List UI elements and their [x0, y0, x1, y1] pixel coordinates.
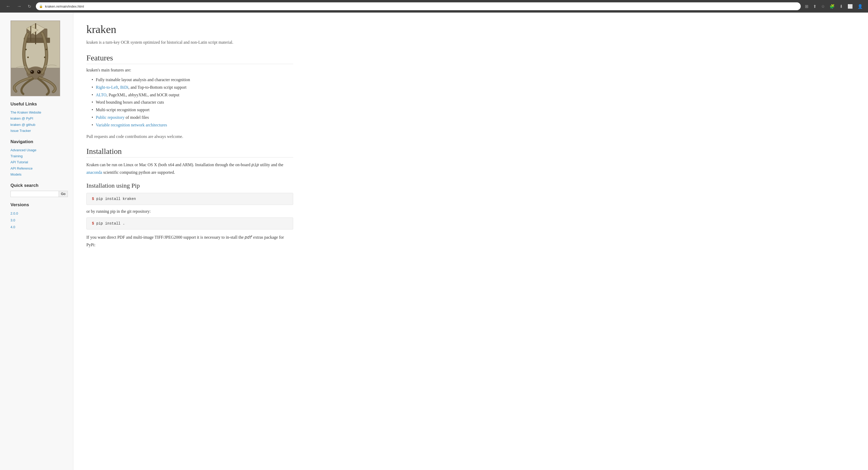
svg-point-13 — [38, 71, 39, 72]
list-item: Fully trainable layout analysis and char… — [92, 76, 293, 84]
sidebar-link-kraken-website[interactable]: The Kraken Website — [10, 109, 68, 116]
useful-links-title: Useful Links — [10, 101, 68, 107]
save-icon[interactable]: ⬆ — [812, 3, 817, 9]
install-note: If you want direct PDF and multi-image T… — [86, 234, 293, 248]
pip-install-dot-text: pip install . — [96, 221, 125, 226]
feature-text-1: Fully trainable layout analysis and char… — [96, 77, 190, 82]
page-subtitle: kraken is a turn-key OCR system optimize… — [86, 39, 293, 45]
useful-links-section: Useful Links The Kraken Website kraken @… — [10, 101, 68, 134]
quick-search-title: Quick search — [10, 183, 68, 188]
split-view-icon[interactable]: ⬜ — [846, 3, 854, 9]
installation-text: Kraken can be run on Linux or Mac OS X (… — [86, 161, 293, 176]
bidi-link[interactable]: BiDi — [120, 85, 128, 90]
svg-point-15 — [25, 49, 27, 50]
svg-point-17 — [44, 57, 45, 58]
nav-link-advanced-usage[interactable]: Advanced Usage — [10, 147, 68, 153]
nav-link-api-reference[interactable]: API Reference — [10, 165, 68, 171]
kraken-svg — [11, 21, 60, 96]
features-list: Fully trainable layout analysis and char… — [92, 76, 293, 129]
page-title: kraken — [86, 23, 293, 36]
anaconda-link[interactable]: anaconda — [86, 170, 102, 175]
public-repository-link[interactable]: Public repository — [96, 115, 125, 120]
pull-request-note: Pull requests and code contributions are… — [86, 134, 293, 139]
browser-chrome: ← → ↻ 🔒 kraken.re/main/index.html ⊞ ⬆ ☆ … — [0, 0, 868, 12]
lock-icon: 🔒 — [39, 4, 43, 8]
url-text: kraken.re/main/index.html — [45, 4, 84, 8]
list-item: Right-to-Left, BiDi, and Top-to-Bottom s… — [92, 84, 293, 91]
page-wrapper: Useful Links The Kraken Website kraken @… — [0, 12, 868, 470]
refresh-button[interactable]: ↻ — [26, 3, 33, 10]
code-prompt-1: $ — [92, 197, 94, 201]
right-to-left-link[interactable]: Right-to-Left — [96, 85, 118, 90]
versions-title: Versions — [10, 202, 68, 208]
list-item: Multi-script recognition support — [92, 106, 293, 114]
quick-search-section: Quick search Go — [10, 183, 68, 197]
installation-heading: Installation — [86, 147, 293, 158]
svg-rect-4 — [35, 23, 36, 44]
features-intro: kraken's main features are: — [86, 68, 293, 72]
pip-heading: Installation using Pip — [86, 182, 293, 189]
sidebar-link-pypi[interactable]: kraken @ PyPI — [10, 116, 68, 121]
sidebar: Useful Links The Kraken Website kraken @… — [0, 12, 73, 470]
pdf-italic: pdf — [245, 235, 252, 240]
features-heading: Features — [86, 53, 293, 64]
list-item: Word bounding boxes and character cuts — [92, 99, 293, 106]
svg-point-18 — [45, 49, 47, 50]
address-bar[interactable]: 🔒 kraken.re/main/index.html — [36, 2, 801, 10]
version-link-200[interactable]: 2.0.0 — [10, 210, 68, 217]
pip-italic: pip — [252, 163, 259, 167]
svg-point-16 — [26, 41, 28, 42]
sidebar-link-github[interactable]: kraken @ github — [10, 122, 68, 128]
bookmark-icon[interactable]: ☆ — [820, 3, 826, 9]
search-go-button[interactable]: Go — [59, 191, 68, 197]
svg-point-14 — [27, 57, 29, 58]
translate-icon[interactable]: ⊞ — [804, 3, 809, 9]
list-item: Public repository of model files — [92, 114, 293, 121]
search-input[interactable] — [10, 191, 59, 197]
versions-section: Versions 2.0.0 3.0 4.0 — [10, 202, 68, 230]
version-link-40[interactable]: 4.0 — [10, 224, 68, 230]
variable-recognition-link[interactable]: Variable recognition network architectur… — [96, 123, 167, 127]
or-text: or by running pip in the git repository: — [86, 209, 293, 214]
main-content: kraken kraken is a turn-key OCR system o… — [73, 12, 309, 470]
code-prompt-2: $ — [92, 221, 94, 226]
nav-link-models[interactable]: Models — [10, 171, 68, 178]
browser-actions: ⊞ ⬆ ☆ 🧩 ⬇ ⬜ 👤 — [804, 3, 864, 9]
pip-install-text: pip install kraken — [96, 197, 136, 201]
extensions-icon[interactable]: 🧩 — [829, 3, 836, 9]
pip-install-code: $ pip install kraken — [86, 193, 293, 205]
list-item: Variable recognition network architectur… — [92, 121, 293, 129]
pip-install-dot-code: $ pip install . — [86, 217, 293, 229]
back-button[interactable]: ← — [4, 3, 12, 10]
alto-link[interactable]: ALTO — [96, 93, 106, 97]
svg-point-12 — [31, 71, 32, 72]
nav-link-training[interactable]: Training — [10, 153, 68, 159]
kraken-image-container — [10, 21, 60, 96]
download-icon[interactable]: ⬇ — [838, 3, 844, 9]
forward-button[interactable]: → — [15, 3, 23, 10]
svg-point-10 — [30, 70, 34, 74]
feature-text-4: Word bounding boxes and character cuts — [96, 100, 164, 104]
list-item: ALTO, PageXML, abbyyXML, and hOCR output — [92, 91, 293, 99]
feature-text-5: Multi-script recognition support — [96, 107, 150, 112]
nav-link-api-tutorial[interactable]: API Tutorial — [10, 159, 68, 165]
navigation-title: Navigation — [10, 139, 68, 145]
profile-icon[interactable]: 👤 — [857, 3, 864, 9]
sidebar-link-issue-tracker[interactable]: Issue Tracker — [10, 128, 68, 134]
search-row: Go — [10, 191, 68, 197]
navigation-section: Navigation Advanced Usage Training API T… — [10, 139, 68, 178]
svg-point-11 — [37, 70, 41, 74]
version-link-30[interactable]: 3.0 — [10, 217, 68, 224]
